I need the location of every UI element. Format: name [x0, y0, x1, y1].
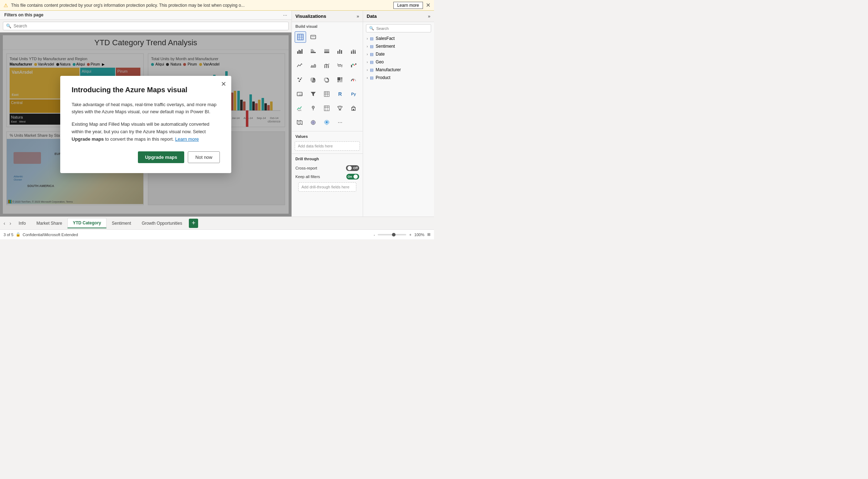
svg-rect-0 — [298, 34, 303, 40]
data-item-sentiment[interactable]: › ▤ Sentiment — [363, 42, 434, 50]
viz-bar-chart-icon[interactable] — [294, 46, 305, 57]
viz-custom-icon[interactable] — [348, 103, 359, 114]
data-item-product[interactable]: › ▤ Product — [363, 74, 434, 82]
modal-close-button[interactable]: ✕ — [221, 81, 226, 87]
svg-point-71 — [326, 121, 327, 123]
viz-r-icon[interactable]: R — [334, 88, 346, 100]
viz-100-bar-icon[interactable] — [321, 46, 332, 57]
svg-rect-14 — [324, 52, 329, 53]
viz-area-icon[interactable] — [308, 60, 319, 71]
tab-growth[interactable]: Growth Opportunities — [136, 218, 187, 228]
viz-treemap-icon[interactable] — [334, 74, 346, 85]
tab-prev-button[interactable]: ‹ — [1, 220, 7, 226]
viz-filter-icon[interactable] — [308, 88, 319, 100]
cross-report-toggle[interactable]: Off — [346, 165, 359, 171]
sentiment-table-icon: ▤ — [370, 44, 373, 49]
viz-top-icons — [292, 30, 363, 44]
zoom-minus-button[interactable]: - — [374, 233, 375, 237]
viz-matrix-icon[interactable] — [321, 88, 332, 100]
svg-rect-12 — [311, 51, 314, 52]
svg-rect-38 — [337, 77, 340, 80]
upgrade-maps-button[interactable]: Upgrade maps — [138, 151, 184, 163]
viz-table-icon[interactable] — [295, 31, 306, 43]
geo-label: Geo — [376, 59, 384, 64]
viz-card-icon[interactable] — [308, 31, 319, 43]
keep-filters-knob — [353, 175, 358, 179]
banner-close-icon[interactable]: ✕ — [426, 2, 430, 9]
data-search-box[interactable]: 🔍 — [366, 24, 431, 32]
viz-trophy-icon[interactable] — [334, 103, 346, 114]
svg-rect-20 — [351, 52, 352, 54]
drill-add-field[interactable]: Add drill-through fields here — [298, 182, 356, 192]
zoom-plus-button[interactable]: + — [409, 233, 411, 237]
svg-rect-11 — [311, 52, 316, 53]
tab-info[interactable]: Info — [13, 218, 31, 228]
modal-learn-more-link[interactable]: Learn more — [175, 136, 198, 142]
viz-gauge-icon[interactable] — [348, 74, 359, 85]
banner-text: This file contains content protected by … — [11, 3, 393, 8]
viz-python-icon[interactable]: Py — [348, 88, 359, 100]
tab-ytd-category[interactable]: YTD Category — [67, 218, 106, 228]
status-bar: 3 of 5 🔒 Confidential\Microsoft Extended… — [0, 229, 434, 239]
viz-icons-grid-2 — [292, 58, 363, 73]
tab-sentiment[interactable]: Sentiment — [107, 218, 136, 228]
viz-kpi-icon[interactable]: KPI — [294, 103, 305, 114]
viz-card2-icon[interactable]: 123 — [294, 88, 305, 100]
viz-stacked-column-icon[interactable] — [348, 46, 359, 57]
product-table-icon: ▤ — [370, 76, 373, 80]
not-now-button[interactable]: Not now — [188, 151, 220, 163]
product-chevron: › — [367, 76, 368, 80]
svg-marker-66 — [297, 120, 302, 125]
viz-slicer-icon[interactable] — [308, 103, 319, 114]
svg-rect-30 — [351, 65, 352, 67]
viz-azure-map-icon[interactable] — [321, 117, 332, 128]
viz-table2-icon[interactable] — [321, 103, 332, 114]
tab-market-share[interactable]: Market Share — [31, 218, 67, 228]
viz-more-icon[interactable]: ··· — [334, 117, 346, 128]
filters-more-icon[interactable]: ··· — [283, 12, 287, 18]
viz-stacked-bar-icon[interactable] — [308, 46, 319, 57]
visualizations-panel: Visualizations » Build visual — [291, 11, 363, 217]
canvas-search-input[interactable] — [14, 24, 285, 28]
modal-body: Take advantage of heat maps, real-time t… — [72, 101, 220, 143]
tabs-bar: ‹ › Info Market Share YTD Category Senti… — [0, 217, 434, 229]
viz-pie-icon[interactable] — [308, 74, 319, 85]
svg-rect-15 — [324, 51, 329, 52]
modal-body2-part1: Existing Map and Filled Map visuals will… — [72, 121, 210, 134]
values-section-title: Values — [292, 133, 363, 140]
data-panel-title: Data — [367, 14, 377, 19]
data-search-input[interactable] — [376, 26, 428, 31]
tab-next-button[interactable]: › — [7, 220, 14, 226]
viz-line-icon[interactable] — [294, 60, 305, 71]
viz-column-chart-icon[interactable] — [334, 46, 346, 57]
date-label: Date — [376, 52, 384, 57]
data-item-manufacturer[interactable]: › ▤ Manufacturer — [363, 66, 434, 74]
data-item-salesfact[interactable]: › ▤ SalesFact — [363, 35, 434, 42]
salesfact-table-icon: ▤ — [370, 36, 373, 41]
data-item-date[interactable]: › ▤ Date — [363, 50, 434, 58]
viz-line-column-icon[interactable] — [321, 60, 332, 71]
values-add-field[interactable]: Add data fields here — [295, 141, 360, 151]
viz-expand-icon[interactable]: » — [357, 14, 359, 19]
viz-scatter-icon[interactable] — [294, 74, 305, 85]
keep-filters-state: On — [348, 175, 352, 178]
viz-ribbon-icon[interactable] — [334, 60, 346, 71]
warning-icon: ⚠ — [4, 2, 8, 8]
viz-icons-grid-1 — [292, 44, 363, 58]
data-panel: Data » 🔍 › ▤ SalesFact › ▤ Sentiment › ▤ — [363, 11, 434, 217]
data-item-geo[interactable]: › ▤ Geo — [363, 58, 434, 66]
zoom-slider[interactable] — [378, 234, 406, 235]
data-expand-icon[interactable]: » — [428, 14, 430, 19]
viz-map-icon[interactable] — [294, 117, 305, 128]
add-tab-button[interactable]: + — [189, 219, 198, 228]
svg-point-34 — [298, 78, 299, 79]
fit-icon[interactable]: ⊞ — [427, 232, 430, 237]
svg-marker-46 — [311, 92, 316, 96]
keep-filters-toggle[interactable]: On — [346, 174, 360, 179]
viz-donut-icon[interactable] — [321, 74, 332, 85]
canvas-search-box[interactable]: 🔍 — [3, 22, 289, 30]
viz-waterfall-icon[interactable] — [348, 60, 359, 71]
svg-rect-56 — [324, 106, 329, 111]
learn-more-button[interactable]: Learn more — [393, 2, 423, 9]
viz-filled-map-icon[interactable] — [308, 117, 319, 128]
